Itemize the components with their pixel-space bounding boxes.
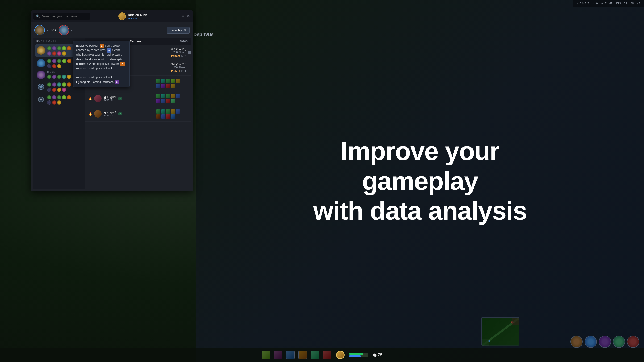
lane-tip-arrow: ▼ — [184, 28, 186, 32]
title-bar: 🔍 hide on bush Account — × ⧉ — [31, 10, 193, 22]
stats-text: 33% (1W 2L) 206 Played Perfect KDA — [184, 78, 190, 88]
rune-icon — [67, 59, 71, 63]
rune-icon — [62, 51, 66, 56]
item-icon — [156, 94, 160, 98]
rank-badge: 2 — [118, 97, 122, 100]
tip-text-5: runs out, build up a stack with — [76, 76, 114, 79]
menu-bars-icon[interactable] — [188, 51, 190, 54]
item-icon — [176, 79, 180, 83]
rune-icon — [57, 59, 61, 63]
player-record: 32W 62L — [104, 99, 116, 102]
rune-icon — [57, 95, 61, 99]
rune-icon — [47, 64, 52, 68]
rune-icon — [52, 95, 56, 99]
username-label: hide on bush — [128, 13, 148, 17]
rune-icon — [57, 64, 61, 68]
rune-icon — [47, 100, 52, 105]
rank-badge: 2 — [118, 112, 122, 115]
rune-icon — [62, 59, 66, 63]
rune-icon — [47, 51, 52, 56]
tip-text-1: Explosive powder — [76, 44, 98, 47]
rune-icon — [62, 82, 66, 87]
close-button[interactable]: × — [181, 14, 185, 18]
mini-avatar — [613, 336, 625, 348]
maximize-button[interactable]: ⧉ — [187, 14, 190, 18]
rune-icon — [67, 75, 71, 79]
champion1-icon — [34, 25, 45, 35]
item-icon — [166, 79, 170, 83]
item-icon — [166, 94, 170, 98]
champion1-selector[interactable]: ▼ — [34, 25, 48, 35]
list-item[interactable] — [35, 93, 83, 106]
player-champion-icon — [94, 95, 102, 102]
ability-icon-6[interactable] — [323, 351, 331, 359]
win-rate: 33% (1W 2L) — [184, 78, 190, 81]
rune-icon — [62, 75, 66, 79]
played-count: 206 Played — [184, 112, 190, 115]
deprivus-label: Deprivus — [193, 32, 214, 37]
win-rate: 33% (1W 2L) — [184, 109, 190, 112]
ability-icon-e2: E — [120, 62, 124, 66]
item-icon — [171, 79, 175, 83]
rune-icon — [47, 88, 52, 92]
search-icon: 🔍 — [36, 14, 40, 18]
rune-icon — [52, 59, 56, 63]
menu-bars-icon[interactable] — [188, 67, 190, 69]
ability-icons — [262, 351, 331, 359]
rune-grid — [47, 95, 71, 99]
user-details: hide on bush Account — [128, 13, 148, 19]
item-icon — [166, 84, 170, 88]
summoner-icon — [336, 351, 344, 359]
rune-icon — [47, 46, 52, 50]
items-row — [156, 94, 180, 98]
minimize-button[interactable]: — — [176, 14, 179, 18]
ability-icon-w: W — [107, 48, 111, 52]
ability-icon-3[interactable] — [286, 351, 294, 359]
search-input[interactable] — [42, 14, 84, 18]
minimap — [481, 317, 519, 346]
rune-grid-2 — [47, 88, 71, 92]
item-icon — [166, 114, 170, 119]
rune-grid-2 — [47, 64, 71, 68]
rune-icon — [47, 82, 52, 87]
ability-icon-4[interactable] — [298, 351, 307, 359]
champion2-icon — [59, 25, 69, 35]
bottom-bar: ◉ 75 — [0, 348, 644, 362]
item-icon — [156, 79, 160, 83]
rune-icon — [57, 46, 61, 50]
win-rate: 33% (1W 2L) — [158, 47, 186, 51]
mini-avatar — [627, 336, 639, 348]
rune-icon — [52, 51, 56, 56]
rune-icon — [47, 75, 52, 79]
player-name: ig nugur1 — [104, 111, 116, 114]
items-row-2 — [156, 99, 180, 103]
ability-icon-2[interactable] — [274, 351, 282, 359]
item-icon — [161, 79, 165, 83]
kda-row: Perfect KDA — [184, 115, 190, 119]
rune-icon — [67, 82, 71, 87]
account-status-label: Account — [128, 17, 148, 19]
items-row — [156, 79, 180, 83]
rune-icon — [52, 75, 56, 79]
lane-tip-button[interactable]: Lane Tip ▼ — [167, 27, 190, 34]
stats-text: 33% (1W 2L) 206 Played Perfect KDA — [184, 93, 190, 104]
mini-avatar — [570, 336, 583, 348]
sys-stat-3: ⊞ 01:41 — [602, 2, 612, 5]
stats-text: 33% (1W 2L) 206 Played Perfect KDA — [158, 63, 186, 73]
rune-grid — [47, 59, 71, 63]
player-name: ig nugur1 — [104, 95, 116, 99]
search-bar[interactable]: 🔍 — [34, 13, 90, 19]
item-icon — [171, 99, 175, 103]
season-label: 2020S — [180, 40, 188, 43]
item-icon — [171, 84, 175, 88]
rune-grid-2 — [47, 51, 71, 56]
ability-icon-1[interactable] — [262, 351, 270, 359]
ability-icon-5[interactable] — [310, 351, 319, 359]
champ-thumbnail — [37, 46, 45, 55]
item-icon — [161, 84, 165, 88]
item-icon — [161, 99, 165, 103]
item-icon — [171, 109, 175, 114]
champion2-selector[interactable]: ▼ — [59, 25, 73, 35]
table-row: 🔥 ig nugur1 32W 62L 2 — [85, 91, 190, 106]
item-icon — [156, 84, 160, 88]
